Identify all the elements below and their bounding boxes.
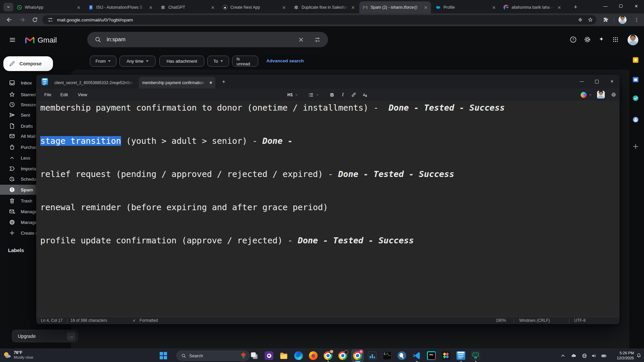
- taskbar-app-pycharm[interactable]: PC: [427, 351, 436, 360]
- taskbar-app-postgresql[interactable]: [397, 351, 406, 360]
- site-settings-icon[interactable]: [47, 17, 53, 23]
- document-line-3[interactable]: relief request (pending / approved / rej…: [40, 169, 620, 180]
- browser-tab-3[interactable]: ChatGPT: [157, 1, 218, 13]
- tab-close-icon[interactable]: [350, 5, 356, 10]
- taskbar-app-terminal[interactable]: C:\_: [383, 351, 391, 360]
- taskbar-app-chrome-profile-1[interactable]: [324, 351, 332, 360]
- menu-file[interactable]: File: [40, 90, 55, 99]
- gmail-search-input[interactable]: in:spam: [107, 37, 298, 43]
- contacts-icon[interactable]: [632, 116, 639, 123]
- document-line-2[interactable]: stage transition (youth > adult > senior…: [40, 135, 620, 146]
- browser-tab-7[interactable]: Profile: [432, 1, 499, 13]
- window-close-button[interactable]: ✕: [630, 1, 643, 11]
- tab-close-icon[interactable]: [556, 5, 562, 10]
- taskbar-clock[interactable]: 5:26 PM 12/2/2025: [617, 351, 634, 361]
- onedrive-cloud-icon[interactable]: [571, 353, 577, 359]
- copilot-button[interactable]: [579, 90, 594, 100]
- browser-tab-8[interactable]: allahumma barik laha - G: [500, 1, 565, 13]
- search-options-icon[interactable]: [314, 37, 321, 43]
- weather-widget[interactable]: 76°F Mostly clear: [3, 350, 34, 360]
- menu-view[interactable]: View: [74, 90, 91, 99]
- new-tab-button[interactable]: +: [572, 3, 580, 11]
- tab-search-button[interactable]: [3, 3, 13, 11]
- main-menu-button[interactable]: [7, 35, 17, 45]
- browser-tab-2[interactable]: ISIJ - Automation/Flows S: [85, 1, 156, 13]
- network-globe-icon[interactable]: [582, 353, 587, 359]
- taskbar-app-microsoft-edge[interactable]: [294, 351, 303, 360]
- keep-icon[interactable]: [632, 56, 639, 64]
- tray-chevron-up-icon[interactable]: [560, 353, 566, 359]
- reload-button[interactable]: [30, 15, 40, 24]
- compose-button[interactable]: Compose: [3, 56, 53, 71]
- battery-icon[interactable]: [601, 353, 607, 359]
- settings-button[interactable]: [584, 36, 592, 44]
- extensions-button[interactable]: [602, 16, 610, 24]
- browser-tab-1[interactable]: WhatsApp: [13, 1, 84, 13]
- taskbar-app-vs-code[interactable]: [412, 351, 421, 360]
- taskbar-app-design-app[interactable]: [442, 351, 450, 360]
- search-chip-from[interactable]: From: [90, 56, 116, 67]
- taskbar-search[interactable]: Search: [176, 351, 250, 361]
- list-style-dropdown[interactable]: [305, 90, 322, 100]
- tab-close-icon[interactable]: [423, 5, 428, 10]
- browser-profile-avatar[interactable]: [619, 16, 627, 24]
- browser-tab-4[interactable]: Create Next App: [219, 1, 289, 13]
- search-icon[interactable]: [95, 36, 101, 43]
- get-addons-button[interactable]: [632, 143, 639, 150]
- clear-search-icon[interactable]: [298, 37, 304, 43]
- notepad-account-avatar[interactable]: [597, 91, 605, 99]
- document-line-5[interactable]: profile update confirmation (approve / r…: [40, 235, 620, 246]
- notepad-maximize-button[interactable]: [589, 75, 604, 88]
- document-line-1[interactable]: membership payment confirmation to donor…: [40, 102, 620, 113]
- search-chip-has-attachment[interactable]: Has attachment: [159, 56, 204, 67]
- taskbar-app-firefox[interactable]: [309, 351, 318, 360]
- google-apps-button[interactable]: [612, 36, 620, 44]
- browser-tab-6[interactable]: Spam (2) - ishann.tforce@: [359, 1, 431, 13]
- forward-button[interactable]: [17, 15, 27, 24]
- tab-close-icon[interactable]: [210, 5, 215, 10]
- italic-button[interactable]: I: [338, 90, 347, 100]
- notepad-tab-2[interactable]: membership payment confirmation: [139, 77, 215, 88]
- notepad-tab-1[interactable]: client_secret_2_60053885332-2reqe52rribo: [51, 77, 138, 88]
- zoom-level[interactable]: 190%: [496, 318, 506, 323]
- tab-close-icon[interactable]: [148, 5, 153, 10]
- taskbar-app-notepad-app[interactable]: [457, 351, 465, 360]
- tab-close-icon[interactable]: [76, 5, 81, 10]
- reading-mode-icon[interactable]: [577, 17, 583, 23]
- taskbar-app-task-manager[interactable]: [368, 351, 377, 360]
- tasks-icon[interactable]: [632, 95, 639, 102]
- taskbar-app-task-view[interactable]: [250, 351, 259, 360]
- window-minimize-button[interactable]: —: [599, 1, 612, 11]
- heading-style-dropdown[interactable]: H1: [284, 90, 301, 100]
- taskbar-app-system-monitor[interactable]: [471, 351, 480, 360]
- bookmark-star-icon[interactable]: [587, 17, 593, 23]
- document-line-4[interactable]: renewal reminder (before expiring and af…: [40, 202, 620, 213]
- notepad-editor[interactable]: membership payment confirmation to donor…: [36, 101, 620, 317]
- window-maximize-button[interactable]: [614, 1, 627, 11]
- search-chip-is-unread[interactable]: Is unread: [232, 56, 258, 67]
- notepad-new-tab-button[interactable]: +: [220, 78, 227, 85]
- gemini-sparkle-button[interactable]: [598, 36, 606, 44]
- notepad-minimize-button[interactable]: —: [574, 75, 589, 88]
- back-button[interactable]: [5, 15, 14, 24]
- gmail-search-bar[interactable]: in:spam: [87, 32, 328, 47]
- notepad-settings-button[interactable]: [608, 90, 619, 100]
- notepad-close-button[interactable]: ✕: [604, 75, 620, 88]
- start-button[interactable]: [160, 352, 167, 359]
- bold-button[interactable]: B: [327, 90, 337, 100]
- insert-link-button[interactable]: [349, 90, 358, 100]
- taskbar-app-chrome-active[interactable]: S: [353, 351, 362, 360]
- address-bar[interactable]: mail.google.com/mail/u/0/?ogbl#spam: [42, 15, 596, 24]
- url-text[interactable]: mail.google.com/mail/u/0/?ogbl#spam: [57, 17, 133, 22]
- menu-edit[interactable]: Edit: [56, 90, 72, 99]
- taskbar-app-clipchamp[interactable]: [265, 351, 273, 360]
- search-highlight-icon[interactable]: [240, 352, 247, 359]
- search-chip-to[interactable]: To: [207, 56, 229, 67]
- tab-close-icon[interactable]: [281, 5, 286, 10]
- calendar-icon[interactable]: [632, 76, 639, 83]
- notifications-bell-icon[interactable]: [636, 353, 642, 358]
- browser-menu-button[interactable]: [633, 16, 641, 24]
- volume-icon[interactable]: [591, 353, 597, 359]
- help-button[interactable]: ?: [570, 36, 578, 44]
- tab-close-icon[interactable]: [491, 5, 496, 10]
